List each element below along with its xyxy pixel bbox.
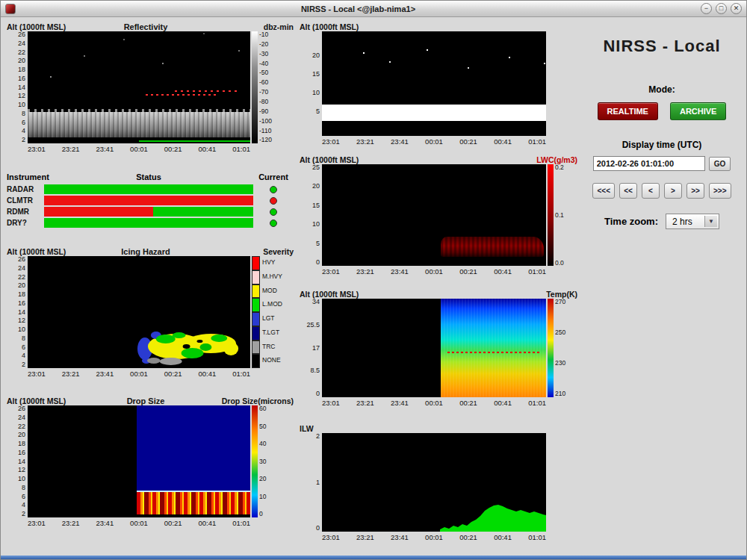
tick-label: 24 (18, 40, 25, 47)
time-zoom-value: 2 hrs (672, 217, 692, 227)
time-axis: 23:0123:2123:4100:0100:2100:4101:01 (28, 517, 250, 527)
reflectivity-colorbar-label: dbz-min (210, 22, 294, 31)
go-button[interactable]: GO (709, 157, 731, 171)
tick-label: 00:01 (130, 145, 148, 153)
reflectivity-panel: Alt (1000ft MSL) Reflectivity dbz-min 26… (7, 22, 294, 153)
close-button[interactable]: ✕ (731, 3, 742, 14)
severity-swatch (252, 256, 260, 270)
icing-y-axis: 2624222018161412108642 (7, 256, 28, 368)
status-bar-segment (44, 184, 253, 194)
status-header: Status (44, 172, 253, 181)
cloud-speckle (363, 52, 365, 54)
instrument-header: Instrument (7, 172, 44, 181)
time-nav-button[interactable]: >> (686, 183, 704, 199)
realtime-button[interactable]: REALTIME (598, 102, 658, 120)
instrument-status-row: CLMTR (7, 195, 294, 206)
severity-label: Severity (210, 247, 294, 256)
tick-label: 00:41 (494, 267, 512, 276)
tick-label: 00:01 (425, 399, 443, 407)
tick-label: 00:41 (494, 399, 512, 407)
severity-swatch (252, 312, 260, 326)
lwc-cloud-region (441, 237, 544, 257)
tick-label: 00:41 (199, 519, 217, 527)
tick-label: 15 (312, 71, 320, 78)
app-icon[interactable] (5, 4, 16, 14)
severity-legend-item: LGT (252, 312, 286, 326)
time-nav-button[interactable]: < (642, 183, 660, 199)
tick-label: 16 (18, 300, 25, 307)
temperature-field (441, 299, 546, 397)
tick-label: 40 (259, 441, 280, 447)
minimize-button[interactable]: − (701, 3, 712, 14)
tick-label: 4 (22, 352, 25, 359)
tick-label: -30 (259, 51, 280, 57)
tick-label: 0 (316, 259, 320, 266)
ilw-y-axis: 210 (300, 433, 322, 532)
time-axis: 23:0123:2123:4100:0100:2100:4101:01 (322, 136, 546, 146)
archive-button[interactable]: ARCHIVE (670, 102, 727, 120)
tick-label: 00:01 (425, 533, 443, 541)
time-nav-button[interactable]: > (664, 183, 682, 199)
titlebar[interactable]: NIRSS - Local <@jlab-nima1> − □ ✕ (1, 1, 746, 17)
severity-swatch (252, 340, 260, 355)
tick-label: 10 (259, 494, 280, 500)
tick-label: 26 (18, 405, 25, 412)
maximize-button[interactable]: □ (716, 3, 727, 14)
tick-label: 20 (312, 183, 320, 190)
tick-label: 250 (555, 329, 576, 336)
status-bar (44, 207, 253, 217)
time-nav-button[interactable]: <<< (592, 183, 615, 199)
tick-label: 16 (18, 75, 25, 82)
severity-legend-item: T.LGT (252, 326, 286, 340)
tick-label: 17 (312, 345, 320, 352)
temp-colorbar-ticks: 270250230210 (554, 299, 576, 397)
tick-label: 18 (18, 441, 25, 447)
tick-label: -20 (259, 41, 280, 48)
drop-size-band (137, 491, 250, 514)
tick-label: 23:41 (391, 267, 409, 276)
time-nav-button[interactable]: << (619, 183, 637, 199)
time-nav-buttons: <<<<<<>>>>>> (583, 183, 740, 199)
tick-label: 10 (18, 326, 25, 333)
tick-label: 8 (22, 111, 25, 117)
instrument-status-row: RDMR (7, 206, 294, 217)
tick-label: 23:41 (96, 370, 114, 378)
tick-label: 24 (18, 414, 25, 421)
app-window: NIRSS - Local <@jlab-nima1> − □ ✕ Alt (1… (0, 0, 747, 560)
drop-size-colorbar (252, 405, 258, 517)
tick-label: 00:21 (164, 145, 182, 153)
severity-legend-item: TRC (252, 340, 286, 355)
tick-label: 25 (312, 164, 320, 171)
tick-label: 01:01 (528, 533, 546, 541)
tick-label: 270 (555, 299, 576, 305)
window-title: NIRSS - Local <@jlab-nima1> (16, 4, 701, 13)
tick-label: 01:01 (232, 519, 250, 527)
severity-legend-item: L.MOD (252, 298, 286, 312)
tick-label: 0.0 (555, 260, 576, 267)
tick-label: 26 (18, 31, 25, 38)
tick-label: 12 (18, 317, 25, 324)
tick-label: 00:21 (459, 137, 477, 146)
lwc-plot (322, 164, 546, 266)
ilw-area-series (322, 433, 546, 532)
instrument-name: DRY? (7, 219, 44, 227)
cloud-reflectivity-layer (28, 112, 250, 137)
tick-label: 00:01 (425, 137, 443, 146)
tick-label: 20 (18, 282, 25, 289)
severity-swatch (252, 298, 260, 312)
alt-axis-label: Alt (1000ft MSL) (300, 22, 374, 31)
tick-label: 22 (18, 274, 25, 281)
tick-label: 00:21 (164, 370, 182, 378)
tick-label: 00:41 (494, 137, 512, 146)
display-time-input[interactable] (593, 156, 705, 171)
tick-label: 230 (555, 360, 576, 367)
tick-label: 16 (18, 449, 25, 456)
tick-label: 00:41 (494, 533, 512, 541)
tick-label: 210 (555, 391, 576, 397)
time-nav-button[interactable]: >>> (709, 183, 731, 199)
status-bar-segment (44, 196, 253, 205)
lwc-panel: Alt (1000ft MSL) LWC(g/m3) 2520151050 0.… (300, 155, 577, 276)
severity-label: L.MOD (260, 298, 282, 312)
display-time-label: Display time (UTC) (583, 140, 740, 150)
time-zoom-select[interactable]: 2 hrs ▼ (666, 214, 719, 229)
